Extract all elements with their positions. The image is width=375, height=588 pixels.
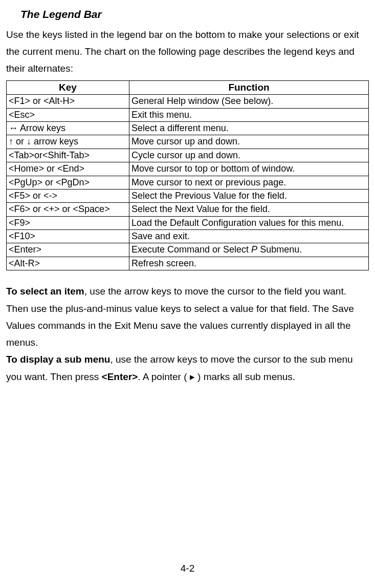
cell-key: <F5> or <-> bbox=[7, 189, 129, 202]
cell-function: Exit this menu. bbox=[129, 108, 369, 121]
page-number: 4-2 bbox=[0, 560, 375, 577]
table-row: <Home> or <End>Move cursor to top or bot… bbox=[7, 162, 369, 176]
cell-function: General Help window (See below). bbox=[129, 95, 369, 108]
cell-key: <F9> bbox=[7, 216, 129, 229]
table-row: <Alt-R>Refresh screen. bbox=[7, 257, 369, 270]
paragraph-select-item: To select an item, use the arrow keys to… bbox=[6, 283, 369, 351]
table-header-row: Key Function bbox=[7, 80, 369, 95]
cell-key: <PgUp> or <PgDn> bbox=[7, 176, 129, 189]
cell-function: Save and exit. bbox=[129, 230, 369, 243]
cell-function: Refresh screen. bbox=[129, 257, 369, 270]
text-display-submenu-2: . A pointer ( ▸ ) marks all sub menus. bbox=[138, 371, 295, 382]
cell-key: ↑ or ↓ arrow keys bbox=[7, 135, 129, 149]
bold-enter-key: <Enter> bbox=[102, 371, 138, 382]
cell-key: <Esc> bbox=[7, 108, 129, 121]
intro-paragraph: Use the keys listed in the legend bar on… bbox=[6, 26, 369, 77]
cell-key: ↔ Arrow keys bbox=[7, 121, 129, 135]
cell-function: Load the Default Configuration values fo… bbox=[129, 216, 369, 229]
cell-function: Execute Command or Select P Submenu. bbox=[129, 243, 369, 257]
cell-function: Select a different menu. bbox=[129, 121, 369, 135]
bold-select-item: To select an item bbox=[6, 286, 84, 297]
paragraph-display-submenu: To display a sub menu, use the arrow key… bbox=[6, 351, 369, 385]
cell-function: Move cursor up and down. bbox=[129, 135, 369, 149]
header-key: Key bbox=[7, 80, 129, 95]
cell-function: Select the Next Value for the field. bbox=[129, 203, 369, 216]
table-row: <F9>Load the Default Configuration value… bbox=[7, 216, 369, 229]
cell-function: Select the Previous Value for the field. bbox=[129, 189, 369, 202]
table-row: <F5> or <->Select the Previous Value for… bbox=[7, 189, 369, 202]
cell-key: <Tab>or<Shift-Tab> bbox=[7, 149, 129, 162]
table-body: <F1> or <Alt-H>General Help window (See … bbox=[7, 95, 369, 270]
bold-display-submenu: To display a sub menu bbox=[6, 354, 110, 365]
table-row: <F10>Save and exit. bbox=[7, 230, 369, 243]
cell-function: Cycle cursor up and down. bbox=[129, 149, 369, 162]
cell-key: <Alt-R> bbox=[7, 257, 129, 270]
table-row: <PgUp> or <PgDn>Move cursor to next or p… bbox=[7, 176, 369, 189]
cell-function: Move cursor to top or bottom of window. bbox=[129, 162, 369, 176]
cell-key: <F6> or <+> or <Space> bbox=[7, 203, 129, 216]
cell-key: <F1> or <Alt-H> bbox=[7, 95, 129, 108]
table-row: <Enter>Execute Command or Select P Subme… bbox=[7, 243, 369, 257]
header-function: Function bbox=[129, 80, 369, 95]
cell-key: <Home> or <End> bbox=[7, 162, 129, 176]
table-row: ↑ or ↓ arrow keysMove cursor up and down… bbox=[7, 135, 369, 149]
cell-function: Move cursor to next or previous page. bbox=[129, 176, 369, 189]
table-row: <Tab>or<Shift-Tab>Cycle cursor up and do… bbox=[7, 149, 369, 162]
table-row: <Esc>Exit this menu. bbox=[7, 108, 369, 121]
cell-key: <Enter> bbox=[7, 243, 129, 257]
section-heading: The Legend Bar bbox=[20, 5, 369, 24]
legend-table: Key Function <F1> or <Alt-H>General Help… bbox=[6, 80, 369, 271]
table-row: <F1> or <Alt-H>General Help window (See … bbox=[7, 95, 369, 108]
table-row: <F6> or <+> or <Space>Select the Next Va… bbox=[7, 203, 369, 216]
cell-key: <F10> bbox=[7, 230, 129, 243]
table-row: ↔ Arrow keysSelect a different menu. bbox=[7, 121, 369, 135]
